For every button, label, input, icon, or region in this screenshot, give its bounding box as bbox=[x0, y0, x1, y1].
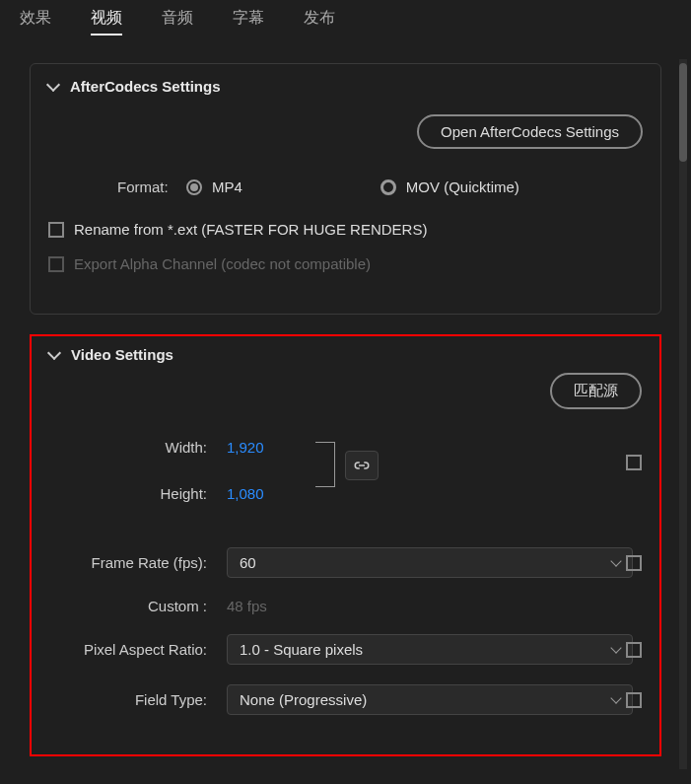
rename-checkbox[interactable] bbox=[48, 222, 64, 238]
alpha-checkbox bbox=[48, 256, 64, 272]
custom-label: Custom : bbox=[49, 598, 227, 614]
aftercodecs-panel: AfterCodecs Settings Open AfterCodecs Se… bbox=[30, 63, 661, 315]
link-icon bbox=[353, 459, 371, 472]
radio-mov-label: MOV (Quicktime) bbox=[406, 178, 519, 195]
tab-captions[interactable]: 字幕 bbox=[233, 8, 264, 36]
chevron-down-icon bbox=[46, 78, 60, 92]
dimension-lock-checkbox[interactable] bbox=[626, 455, 642, 470]
radio-icon bbox=[380, 179, 396, 195]
link-aspect-button[interactable] bbox=[345, 451, 379, 480]
framerate-select[interactable]: 60 bbox=[227, 547, 633, 578]
chevron-down-icon bbox=[610, 555, 621, 566]
link-bracket bbox=[315, 442, 335, 487]
par-value: 1.0 - Square pixels bbox=[240, 641, 363, 658]
tab-audio[interactable]: 音频 bbox=[162, 8, 193, 36]
tab-publish[interactable]: 发布 bbox=[304, 8, 335, 36]
scrollbar[interactable] bbox=[679, 59, 687, 769]
scrollbar-thumb[interactable] bbox=[679, 63, 687, 162]
video-settings-title: Video Settings bbox=[71, 346, 173, 363]
par-lock-checkbox[interactable] bbox=[626, 642, 642, 658]
format-label: Format: bbox=[117, 178, 186, 195]
alpha-checkbox-row: Export Alpha Channel (codec not compatib… bbox=[48, 255, 643, 272]
radio-mp4-label: MP4 bbox=[212, 178, 242, 195]
tab-effects[interactable]: 效果 bbox=[20, 8, 51, 36]
video-settings-header[interactable]: Video Settings bbox=[49, 346, 642, 363]
fieldtype-select[interactable]: None (Progressive) bbox=[227, 684, 633, 715]
aftercodecs-header[interactable]: AfterCodecs Settings bbox=[48, 78, 643, 95]
alpha-label: Export Alpha Channel (codec not compatib… bbox=[74, 255, 371, 272]
custom-value: 48 fps bbox=[227, 598, 267, 614]
radio-icon bbox=[186, 179, 202, 195]
par-select[interactable]: 1.0 - Square pixels bbox=[227, 634, 633, 665]
rename-label: Rename from *.ext (FASTER FOR HUGE RENDE… bbox=[74, 221, 427, 238]
chevron-down-icon bbox=[47, 346, 61, 360]
height-input[interactable]: 1,080 bbox=[227, 485, 264, 502]
top-tabs: 效果 视频 音频 字幕 发布 bbox=[0, 0, 691, 43]
framerate-value: 60 bbox=[240, 554, 256, 571]
framerate-label: Frame Rate (fps): bbox=[49, 554, 227, 571]
fieldtype-label: Field Type: bbox=[49, 691, 227, 708]
open-aftercodecs-button[interactable]: Open AfterCodecs Settings bbox=[417, 114, 643, 149]
tab-video[interactable]: 视频 bbox=[91, 8, 122, 36]
fieldtype-value: None (Progressive) bbox=[240, 691, 367, 708]
rename-checkbox-row: Rename from *.ext (FASTER FOR HUGE RENDE… bbox=[48, 221, 643, 238]
video-settings-panel: Video Settings 匹配源 Width: 1,920 Height: … bbox=[30, 334, 661, 756]
radio-mp4[interactable]: MP4 bbox=[186, 178, 242, 195]
chevron-down-icon bbox=[610, 642, 621, 653]
format-row: Format: MP4 MOV (Quicktime) bbox=[48, 178, 643, 195]
width-input[interactable]: 1,920 bbox=[227, 439, 264, 456]
chevron-down-icon bbox=[610, 692, 621, 703]
aftercodecs-title: AfterCodecs Settings bbox=[70, 78, 221, 95]
radio-mov[interactable]: MOV (Quicktime) bbox=[380, 178, 519, 195]
width-label: Width: bbox=[49, 439, 227, 456]
fieldtype-lock-checkbox[interactable] bbox=[626, 692, 642, 708]
par-label: Pixel Aspect Ratio: bbox=[49, 641, 227, 658]
framerate-lock-checkbox[interactable] bbox=[626, 555, 642, 571]
height-label: Height: bbox=[49, 485, 227, 502]
match-source-button[interactable]: 匹配源 bbox=[550, 373, 642, 409]
